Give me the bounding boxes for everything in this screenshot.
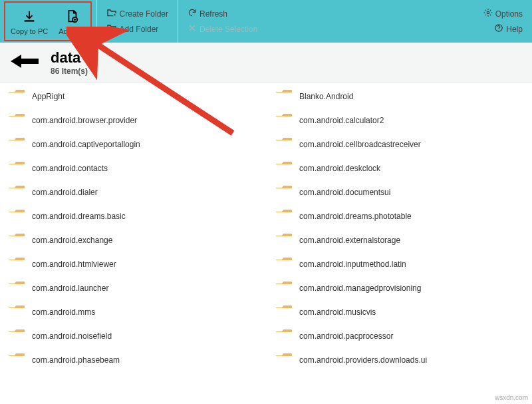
folder-label: com.android.launcher	[32, 284, 108, 293]
folder-label: com.android.pacprocessor	[299, 331, 393, 341]
add-file-button[interactable]: Add File	[53, 5, 90, 38]
folder-icon	[275, 161, 293, 176]
folder-icon	[8, 353, 25, 367]
folder-label: com.android.dreams.basic	[32, 212, 126, 221]
folder-icon	[8, 209, 25, 224]
folder-icon	[8, 137, 25, 152]
folder-item[interactable]: com.android.deskclock	[275, 160, 529, 177]
svg-point-2	[487, 11, 489, 14]
folder-icon	[8, 233, 25, 248]
help-label: Help	[506, 25, 523, 34]
options-label: Options	[495, 9, 523, 19]
folder-icon	[275, 185, 293, 200]
folder-item[interactable]: com.android.dreams.phototable	[275, 208, 529, 225]
add-file-label: Add File	[59, 27, 85, 35]
folder-item[interactable]: com.android.contacts	[8, 160, 262, 177]
add-folder-label: Add Folder	[120, 25, 159, 34]
folder-item[interactable]: com.android.documentsui	[275, 184, 529, 201]
folder-label: Blanko.Android	[299, 92, 353, 101]
path-bar: data 86 Item(s)	[0, 43, 532, 83]
back-arrow-icon[interactable]	[9, 51, 40, 74]
folder-item[interactable]: com.android.launcher	[8, 280, 262, 297]
watermark: wsxdn.com	[495, 394, 528, 401]
folder-item[interactable]: Blanko.Android	[275, 88, 529, 105]
folder-icon	[275, 209, 293, 224]
download-icon	[22, 7, 37, 26]
options-button[interactable]: Options	[483, 8, 523, 19]
folder-icon	[8, 161, 25, 176]
folder-item[interactable]: com.android.dreams.basic	[8, 208, 262, 225]
folder-icon	[8, 329, 25, 343]
folder-icon	[275, 329, 293, 343]
refresh-button[interactable]: Refresh	[188, 8, 257, 19]
gear-icon	[483, 8, 493, 19]
folder-label: com.android.noisefield	[32, 331, 112, 341]
toolbar: Copy to PC Add File Create Folder Add Fo…	[0, 0, 532, 43]
delete-selection-button[interactable]: Delete Selection	[188, 23, 257, 35]
folder-label: com.android.phasebeam	[32, 355, 120, 365]
folder-item[interactable]: com.android.pacprocessor	[275, 327, 529, 345]
add-folder-button[interactable]: Add Folder	[106, 23, 168, 35]
folder-item[interactable]: com.android.phasebeam	[8, 351, 262, 369]
folder-label: com.android.musicvis	[299, 307, 376, 317]
folder-icon	[8, 305, 25, 319]
folder-label: com.android.contacts	[32, 164, 108, 173]
folder-item[interactable]: com.android.musicvis	[275, 303, 529, 321]
delete-selection-label: Delete Selection	[200, 25, 257, 34]
folder-item[interactable]: com.android.captiveportallogin	[8, 136, 262, 153]
folder-icon	[275, 233, 293, 248]
folder-add-icon	[106, 23, 117, 35]
folder-item[interactable]: AppRight	[8, 88, 262, 105]
folder-label: com.android.htmlviewer	[32, 260, 116, 269]
folder-item[interactable]: com.android.providers.downloads.ui	[275, 351, 529, 369]
folder-label: com.android.mms	[32, 307, 95, 317]
folder-icon	[275, 305, 293, 319]
refresh-icon	[188, 8, 197, 19]
folder-item[interactable]: com.android.browser.provider	[8, 112, 262, 129]
folder-icon	[275, 257, 293, 272]
folder-label: com.android.providers.downloads.ui	[299, 355, 427, 365]
folder-item[interactable]: com.android.managedprovisioning	[275, 280, 529, 297]
folder-icon	[275, 113, 293, 128]
folder-label: com.android.dialer	[32, 188, 98, 197]
folder-label: com.android.cellbroadcastreceiver	[299, 140, 421, 149]
folder-label: com.android.deskclock	[299, 164, 380, 173]
copy-to-pc-button[interactable]: Copy to PC	[5, 5, 53, 38]
file-plus-icon	[65, 7, 79, 26]
folder-label: AppRight	[32, 92, 65, 101]
folder-label: com.android.captiveportallogin	[32, 140, 140, 149]
folder-item[interactable]: com.android.mms	[8, 303, 262, 321]
folder-item[interactable]: com.android.exchange	[8, 232, 262, 249]
folder-icon	[8, 281, 25, 296]
folder-item[interactable]: com.android.calculator2	[275, 112, 529, 129]
copy-to-pc-label: Copy to PC	[11, 27, 48, 35]
folder-item[interactable]: com.android.inputmethod.latin	[275, 256, 529, 273]
folder-item[interactable]: com.android.cellbroadcastreceiver	[275, 136, 529, 153]
delete-icon	[188, 23, 197, 35]
folder-icon	[275, 353, 293, 367]
folder-icon	[8, 257, 25, 272]
folder-label: com.android.externalstorage	[299, 236, 400, 245]
folder-label: com.android.calculator2	[299, 116, 384, 125]
path-title: data	[51, 49, 88, 67]
folder-icon	[8, 89, 25, 104]
create-folder-button[interactable]: Create Folder	[106, 8, 168, 19]
folder-icon	[8, 185, 25, 200]
item-count: 86 Item(s)	[51, 67, 88, 76]
folder-label: com.android.exchange	[32, 236, 112, 245]
file-grid-scroll[interactable]: AppRightBlanko.Androidcom.android.browse…	[0, 83, 532, 404]
folder-icon	[275, 89, 293, 104]
folder-item[interactable]: com.android.noisefield	[8, 327, 262, 345]
help-button[interactable]: Help	[483, 23, 523, 35]
folder-icon	[8, 113, 25, 128]
folder-item[interactable]: com.android.externalstorage	[275, 232, 529, 249]
help-icon	[494, 23, 503, 35]
create-folder-label: Create Folder	[120, 9, 168, 19]
folder-item[interactable]: com.android.htmlviewer	[8, 256, 262, 273]
folder-icon	[275, 137, 293, 152]
folder-label: com.android.documentsui	[299, 188, 390, 197]
folder-label: com.android.browser.provider	[32, 116, 137, 125]
folder-plus-icon	[106, 8, 117, 19]
folder-item[interactable]: com.android.dialer	[8, 184, 262, 201]
folder-label: com.android.managedprovisioning	[299, 284, 421, 293]
